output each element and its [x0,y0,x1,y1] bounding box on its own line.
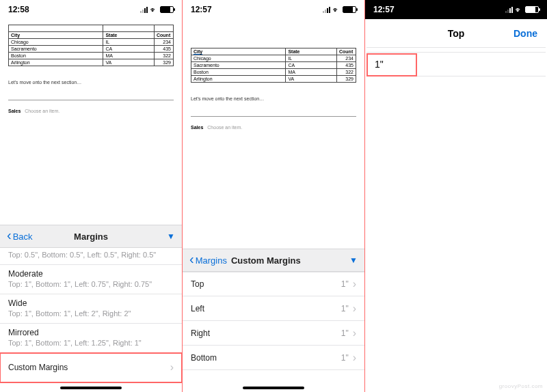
document-preview: City State Count ChicagoIL234 Sacramento… [0,19,182,113]
status-indicators: ᯤ [323,6,356,14]
divider [191,116,356,117]
wifi-icon: ᯤ [150,6,157,14]
col-state: State [103,32,155,39]
collapse-icon[interactable] [167,232,175,241]
margin-option-wide[interactable]: Wide Top: 1", Bottom: 1", Left: 2", Righ… [0,294,182,324]
table-row: ChicagoIL234 [191,55,356,62]
chevron-right-icon [353,303,356,315]
clock: 12:58 [8,5,29,14]
home-indicator [60,387,122,389]
home-indicator [243,387,304,389]
document-preview: City State Count ChicagoIL234 Sacramento… [183,19,364,130]
sheet-header: Back Margins [0,225,182,248]
battery-icon [343,6,356,13]
editor-titlebar: Top Done [366,19,546,48]
chevron-right-icon [353,278,356,290]
table-row: BostonMA322 [191,69,356,76]
clock: 12:57 [191,5,212,14]
col-city: City [191,48,286,55]
margin-row-bottom[interactable]: Bottom1" [183,346,364,370]
table-row: ChicagoIL234 [9,39,174,46]
wifi-icon: ᯤ [333,6,340,14]
table-row: BostonMA322 [9,53,174,59]
margin-option-mirrored[interactable]: Mirrored Top: 1", Bottom: 1", Left: 1.25… [0,324,182,353]
wifi-icon: ᯤ [516,6,522,14]
margin-option-custom[interactable]: Custom Margins [0,353,182,382]
table-row: SacramentoCA435 [191,62,356,69]
col-state: State [286,48,337,55]
divider [8,100,174,100]
doc-paragraph: Let's move onto the next section… [191,96,356,101]
sheet-header: Margins Custom Margins [183,249,364,272]
battery-icon [160,6,174,13]
col-city: City [9,32,103,39]
watermark: groovyPost.com [499,383,543,389]
highlight-box [366,53,417,76]
sheet-title: Margins [74,232,108,242]
margin-row-top[interactable]: Top1" [183,272,364,296]
col-count: Count [155,32,174,39]
signal-icon [323,7,330,13]
chevron-left-icon [189,255,194,266]
signal-icon [505,7,513,13]
collapse-icon[interactable] [349,255,358,265]
editor-title: Top [448,28,465,39]
back-button[interactable]: Margins [189,255,227,266]
chevron-right-icon [353,352,356,364]
phone-margins-list: 12:58 ᯤ City State Count ChicagoIL234 Sa… [0,0,183,392]
chevron-right-icon [170,361,174,374]
table-row: ArlingtonVA329 [9,59,174,66]
margin-row-left[interactable]: Left1" [183,296,364,321]
chevron-right-icon [353,327,356,339]
battery-icon [525,6,539,13]
doc-paragraph: Let's move onto the next section… [8,80,174,85]
sales-field: SalesChoose an item. [8,109,174,113]
phone-custom-margins: 12:57 ᯤ City State Count ChicagoIL234 Sa… [183,0,365,392]
done-button[interactable]: Done [513,28,537,39]
sheet-title: Custom Margins [231,255,349,266]
data-table: City State Count ChicagoIL234 Sacramento… [191,48,356,83]
clock: 12:57 [373,5,395,14]
chevron-left-icon [7,232,12,242]
status-indicators: ᯤ [140,6,174,14]
signal-icon [140,7,148,13]
status-indicators: ᯤ [505,6,539,14]
phone-top-editor: 12:57 ᯤ Top Done 1" groovyPost.com [365,0,547,392]
margins-sheet: Back Margins Top: 0.5", Bottom: 0.5", Le… [0,225,182,392]
table-row: SacramentoCA435 [9,46,174,53]
table-row: ArlingtonVA329 [191,76,356,83]
data-table: City State Count ChicagoIL234 Sacramento… [8,25,174,66]
status-bar: 12:57 ᯤ [365,0,547,19]
status-bar: 12:57 ᯤ [183,0,364,19]
status-bar: 12:58 ᯤ [0,0,182,19]
back-button[interactable]: Back [7,232,33,242]
margin-option-moderate[interactable]: Moderate Top: 1", Bottom: 1", Left: 0.75… [0,265,182,294]
margin-row-right[interactable]: Right1" [183,321,364,346]
col-count: Count [337,48,356,55]
margin-option-narrow-partial[interactable]: Top: 0.5", Bottom: 0.5", Left: 0.5", Rig… [0,248,182,265]
sales-field: SalesChoose an item. [191,125,356,130]
custom-margins-sheet: Margins Custom Margins Top1" Left1" Righ… [183,249,364,392]
